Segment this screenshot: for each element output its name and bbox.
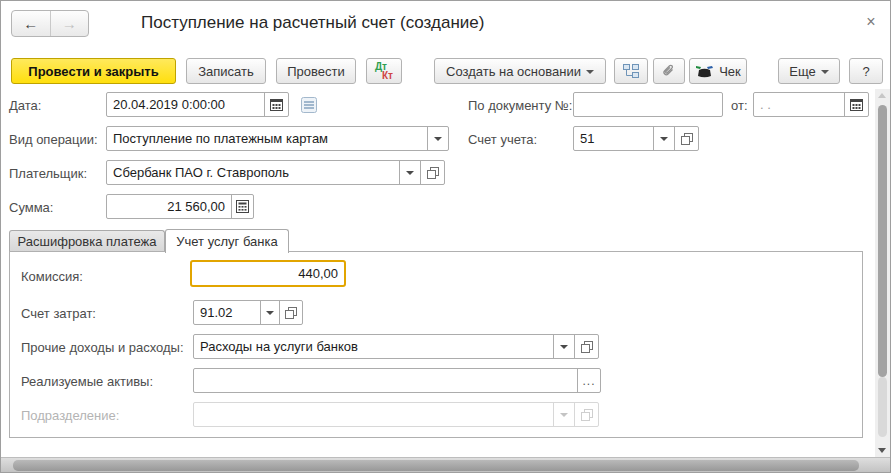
post-and-close-label: Провести и закрыть <box>28 64 158 79</box>
tab-label: Учет услуг банка <box>176 234 277 249</box>
chevron-down-icon <box>821 70 829 74</box>
dropdown-button[interactable] <box>553 335 574 358</box>
page-title: Поступление на расчетный счет (создание) <box>141 13 484 33</box>
back-icon: ← <box>23 15 38 32</box>
sold-assets-value <box>194 369 577 392</box>
account-value: 51 <box>574 127 653 150</box>
payer-label: Плательщик: <box>9 166 87 181</box>
cost-account-value: 91.02 <box>194 301 260 324</box>
document-date-label: от: <box>731 98 748 113</box>
chevron-down-icon <box>586 70 594 74</box>
tab-bank-services[interactable]: Учет услуг банка <box>165 229 289 253</box>
ellipsis-icon: ... <box>582 377 595 385</box>
open-button[interactable] <box>279 301 302 324</box>
more-button[interactable]: Еще <box>778 58 840 84</box>
forward-button[interactable]: → <box>51 11 89 36</box>
account-label: Счет учета: <box>468 132 537 147</box>
nav-buttons: ← → <box>11 10 89 37</box>
back-button[interactable]: ← <box>12 11 51 36</box>
document-number-label: По документу №: <box>468 98 572 113</box>
dropdown-button[interactable] <box>260 301 279 324</box>
dropdown-button[interactable] <box>427 127 448 150</box>
chevron-down-icon <box>266 311 274 315</box>
department-label: Подразделение: <box>21 408 119 423</box>
dropdown-button[interactable] <box>653 127 674 150</box>
sold-assets-ellipsis-button[interactable]: ... <box>577 369 600 392</box>
open-icon <box>427 167 439 179</box>
open-button[interactable] <box>574 335 598 358</box>
help-button[interactable]: ? <box>849 58 883 84</box>
open-icon <box>581 341 593 353</box>
commission-input[interactable]: 440,00 <box>190 260 346 287</box>
scroll-up-icon[interactable] <box>878 93 886 98</box>
horizontal-scroll-thumb[interactable] <box>13 460 859 471</box>
chevron-down-icon <box>406 171 414 175</box>
post-label: Провести <box>287 64 345 79</box>
open-button <box>574 403 598 426</box>
vertical-scroll-thumb[interactable] <box>878 105 887 377</box>
horizontal-scrollbar[interactable] <box>1 457 890 472</box>
calculator-icon <box>236 200 249 213</box>
calendar-button[interactable] <box>844 93 868 116</box>
forward-icon: → <box>62 15 77 32</box>
scroll-down-icon[interactable] <box>878 448 886 453</box>
document-date-placeholder: . . <box>754 93 844 116</box>
cost-account-label: Счет затрат: <box>21 306 96 321</box>
commission-value: 440,00 <box>192 262 344 285</box>
attachments-button[interactable] <box>653 58 685 84</box>
cost-account-select[interactable]: 91.02 <box>193 300 303 325</box>
list-icon <box>301 97 317 113</box>
check-button[interactable]: Чек <box>689 58 747 84</box>
document-window: ← → Поступление на расчетный счет (созда… <box>0 0 891 473</box>
sold-assets-input[interactable]: ... <box>193 368 601 393</box>
department-select <box>193 402 599 427</box>
open-icon <box>285 307 297 319</box>
sold-assets-label: Реализуемые активы: <box>21 374 153 389</box>
related-documents-button[interactable] <box>614 58 648 84</box>
open-button[interactable] <box>420 161 444 184</box>
calendar-icon <box>270 98 283 111</box>
close-icon[interactable]: × <box>861 12 881 32</box>
operation-kind-select[interactable]: Поступление по платежным картам <box>106 126 449 151</box>
document-list-button[interactable] <box>301 97 317 113</box>
amount-value: 21 560,00 <box>107 195 231 218</box>
operation-kind-label: Вид операции: <box>9 132 98 147</box>
paperclip-icon <box>661 63 677 79</box>
vertical-scroll-track[interactable] <box>878 377 887 437</box>
post-button[interactable]: Провести <box>276 58 356 84</box>
date-input[interactable]: 20.04.2019 0:00:00 <box>106 92 289 117</box>
calendar-button[interactable] <box>264 93 288 116</box>
tab-label: Расшифровка платежа <box>18 234 157 249</box>
create-based-on-label: Создать на основании <box>446 64 581 79</box>
help-label: ? <box>862 64 869 79</box>
document-number-input[interactable] <box>573 92 723 117</box>
account-select[interactable]: 51 <box>573 126 699 151</box>
tab-payment-details[interactable]: Расшифровка платежа <box>9 230 165 251</box>
save-button[interactable]: Записать <box>186 58 266 84</box>
chevron-down-icon <box>560 345 568 349</box>
vertical-scrollbar[interactable] <box>875 89 890 457</box>
post-and-close-button[interactable]: Провести и закрыть <box>11 58 176 84</box>
date-value: 20.04.2019 0:00:00 <box>107 93 264 116</box>
amount-label: Сумма: <box>9 200 53 215</box>
document-date-input[interactable]: . . <box>753 92 869 117</box>
other-income-expenses-select[interactable]: Расходы на услуги банков <box>193 334 599 359</box>
amount-input[interactable]: 21 560,00 <box>106 194 254 219</box>
other-income-expenses-value: Расходы на услуги банков <box>194 335 553 358</box>
create-based-on-button[interactable]: Создать на основании <box>434 58 606 84</box>
calculator-button[interactable] <box>231 195 253 218</box>
save-label: Записать <box>198 64 254 79</box>
open-icon <box>681 133 693 145</box>
open-icon <box>581 409 593 421</box>
open-button[interactable] <box>674 127 698 150</box>
payer-value: Сбербанк ПАО г. Ставрополь <box>107 161 399 184</box>
operation-kind-value: Поступление по платежным картам <box>107 127 427 150</box>
chevron-down-icon <box>660 137 668 141</box>
chevron-down-icon <box>434 137 442 141</box>
date-label: Дата: <box>9 98 41 113</box>
payer-select[interactable]: Сбербанк ПАО г. Ставрополь <box>106 160 445 185</box>
dt-kt-button[interactable]: Дт Кт <box>366 58 402 84</box>
dropdown-button <box>553 403 574 426</box>
commission-label: Комиссия: <box>21 269 83 284</box>
dropdown-button[interactable] <box>399 161 420 184</box>
